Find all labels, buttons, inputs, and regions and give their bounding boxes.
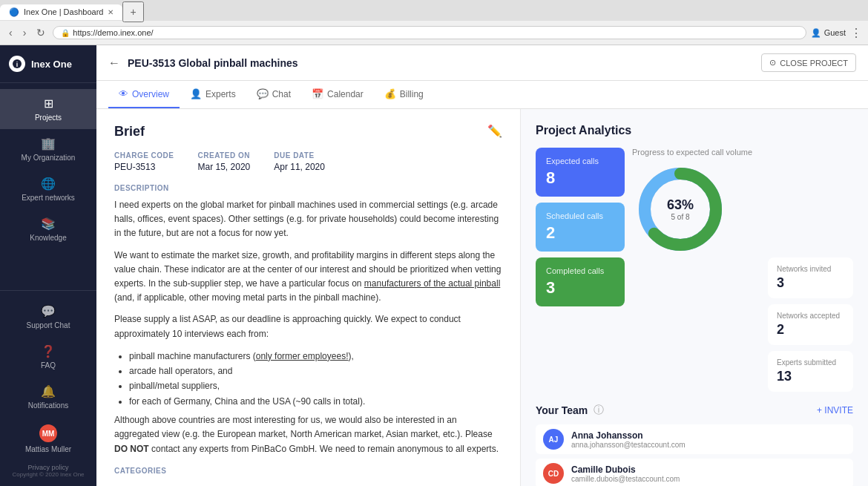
lock-icon: 🔒 — [61, 29, 70, 37]
sidebar-item-expert-networks[interactable]: 🌐 Expert networks — [0, 169, 96, 209]
content-area: Brief ✏️ CHARGE CODE PEU-3513 CREATED ON… — [96, 109, 868, 486]
completed-calls-value: 3 — [546, 278, 614, 298]
charge-code-label: CHARGE CODE — [114, 151, 174, 160]
sidebar-item-label: Projects — [35, 114, 62, 122]
networks-accepted-value: 2 — [777, 322, 844, 338]
sidebar: i Inex One ⊞ Projects 🏢 My Organization … — [0, 45, 96, 486]
description-label: DESCRIPTION — [114, 184, 502, 192]
team-member-cd: CD Camille Dubois camille.dubois@testacc… — [536, 459, 853, 486]
browser-tab: 🔵 Inex One | Dashboard ✕ — [0, 4, 122, 20]
new-tab-button[interactable]: + — [122, 1, 143, 22]
experts-submitted-label: Experts submitted — [777, 358, 844, 367]
sidebar-item-support-chat[interactable]: 💬 Support Chat — [0, 297, 96, 337]
charge-code-meta: CHARGE CODE PEU-3513 — [114, 151, 174, 172]
created-on-label: CREATED ON — [198, 151, 251, 160]
tab-billing[interactable]: 💰 Billing — [374, 81, 434, 108]
expert-networks-icon: 🌐 — [41, 177, 56, 191]
privacy-link[interactable]: Privacy policy — [6, 464, 91, 471]
description-paragraph-2: We want to estimate the market size, gro… — [114, 249, 502, 306]
browser-toolbar: ‹ › ↻ 🔒 https://demo.inex.one/ 👤 Guest ⋮ — [0, 21, 868, 45]
url-bar[interactable]: 🔒 https://demo.inex.one/ — [53, 26, 806, 39]
sidebar-item-my-organization[interactable]: 🏢 My Organization — [0, 129, 96, 169]
invite-button[interactable]: + INVITE — [817, 405, 853, 416]
billing-icon: 💰 — [384, 88, 396, 99]
support-chat-icon: 💬 — [41, 304, 56, 318]
sidebar-item-label: Expert networks — [22, 194, 75, 202]
logo-icon: i — [9, 56, 25, 72]
sidebar-item-label: Notifications — [28, 401, 68, 410]
project-header: ← PEU-3513 Global pinball machines ⊙ CLO… — [96, 45, 868, 81]
charge-code-value: PEU-3513 — [114, 162, 155, 172]
url-text: https://demo.inex.one/ — [73, 28, 153, 37]
tab-close-button[interactable]: ✕ — [108, 8, 114, 16]
chart-label: Progress to expected call volume — [632, 148, 853, 157]
tab-experts[interactable]: 👤 Experts — [180, 81, 246, 108]
sidebar-footer: Privacy policy Copyright © 2020 Inex One — [0, 461, 96, 481]
copyright: Copyright © 2020 Inex One — [6, 471, 91, 478]
sidebar-item-user[interactable]: MM Mattias Muller — [0, 417, 96, 461]
tab-favicon: 🔵 — [9, 7, 19, 17]
tab-overview[interactable]: 👁 Overview — [108, 81, 180, 108]
svg-text:i: i — [16, 61, 19, 68]
app: i Inex One ⊞ Projects 🏢 My Organization … — [0, 45, 868, 486]
description-paragraph-3: Please supply a list ASAP, as our deadli… — [114, 312, 502, 341]
member-info-cd: Camille Dubois camille.dubois@testaccoun… — [571, 464, 680, 483]
brief-title: Brief — [114, 124, 145, 139]
created-on-meta: CREATED ON Mar 15, 2020 — [198, 151, 251, 172]
expected-calls-value: 8 — [546, 168, 614, 188]
right-stat-networks-accepted: Networks accepted 2 — [768, 304, 853, 345]
donut-chart: 63% 5 of 8 — [632, 161, 729, 257]
close-icon: ⊙ — [769, 58, 776, 68]
team-list: AJ Anna Johansson anna.johansson@testacc… — [536, 424, 853, 486]
close-project-button[interactable]: ⊙ CLOSE PROJECT — [761, 53, 856, 72]
bullet-item: pinball machine manufacturers (only form… — [129, 349, 502, 364]
forward-button[interactable]: › — [20, 25, 30, 40]
project-header-left: ← PEU-3513 Global pinball machines — [108, 56, 298, 70]
organization-icon: 🏢 — [41, 137, 56, 151]
back-button[interactable]: ‹ — [6, 25, 16, 40]
bullet-item: for each of Germany, China and the USA (… — [129, 394, 502, 409]
refresh-button[interactable]: ↻ — [33, 25, 48, 40]
expected-calls-label: Expected calls — [546, 157, 614, 165]
user-avatar: MM — [39, 424, 57, 442]
stat-card-scheduled: Scheduled calls 2 — [536, 203, 625, 252]
logo-text: Inex One — [31, 59, 72, 70]
donut-center: 63% 5 of 8 — [667, 197, 694, 221]
sidebar-item-knowledge[interactable]: 📚 Knowledge — [0, 209, 96, 249]
team-section: Your Team ⓘ + INVITE AJ Anna Johansson a… — [536, 404, 853, 486]
knowledge-icon: 📚 — [41, 217, 56, 231]
chat-icon: 💬 — [257, 88, 269, 99]
sidebar-item-projects[interactable]: ⊞ Projects — [0, 89, 96, 129]
right-stats: Networks invited 3 Networks accepted 2 E… — [768, 257, 853, 392]
tab-chat[interactable]: 💬 Chat — [246, 81, 301, 108]
user-icon: 👤 — [811, 28, 821, 38]
edit-button[interactable]: ✏️ — [487, 124, 502, 138]
tab-calendar[interactable]: 📅 Calendar — [301, 81, 374, 108]
created-on-value: Mar 15, 2020 — [198, 162, 251, 172]
analytics-panel: Project Analytics Expected calls 8 Sched… — [521, 109, 868, 486]
overview-icon: 👁 — [119, 88, 128, 99]
due-date-label: DUE DATE — [274, 151, 325, 160]
sidebar-item-label: FAQ — [41, 361, 56, 370]
bullet-list: pinball machine manufacturers (only form… — [114, 349, 502, 410]
member-name-aj: Anna Johansson — [571, 430, 685, 441]
right-stat-experts-submitted: Experts submitted 13 — [768, 351, 853, 392]
completed-calls-label: Completed calls — [546, 266, 614, 275]
user-label: Guest — [824, 28, 846, 37]
experts-submitted-value: 13 — [777, 369, 844, 384]
back-button[interactable]: ← — [108, 56, 120, 70]
project-title: PEU-3513 Global pinball machines — [128, 57, 298, 69]
faq-icon: ❓ — [41, 344, 56, 358]
sidebar-item-label: Knowledge — [30, 234, 66, 242]
sidebar-item-faq[interactable]: ❓ FAQ — [0, 337, 96, 377]
user-name: Mattias Muller — [25, 445, 71, 453]
bullet-item: pinball/metal suppliers, — [129, 378, 502, 393]
scheduled-calls-value: 2 — [546, 223, 614, 243]
sidebar-item-notifications[interactable]: 🔔 Notifications — [0, 377, 96, 417]
bullet-item: arcade hall operators, and — [129, 364, 502, 378]
description-paragraph-4: Although above countries are most intere… — [114, 413, 502, 456]
browser-menu-button[interactable]: ⋮ — [850, 26, 862, 40]
stats-cards: Expected calls 8 Scheduled calls 2 Compl… — [536, 148, 625, 306]
team-info-button[interactable]: ⓘ — [594, 404, 604, 417]
member-name-cd: Camille Dubois — [571, 464, 680, 475]
